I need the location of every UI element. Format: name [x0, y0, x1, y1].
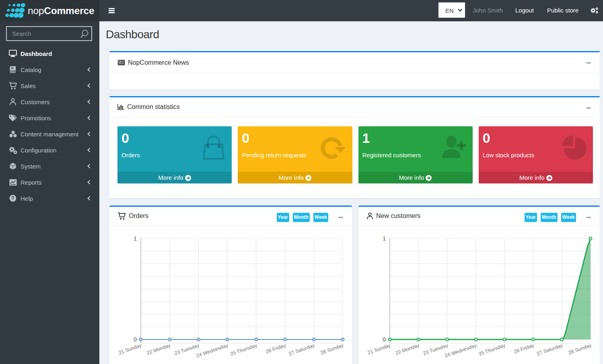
svg-text:24 Wednesday: 24 Wednesday — [196, 342, 229, 359]
svg-text:1: 1 — [134, 235, 137, 242]
svg-text:22 Monday: 22 Monday — [395, 342, 420, 356]
svg-text:21 Sunday: 21 Sunday — [367, 342, 392, 356]
svg-text:21 Sunday: 21 Sunday — [118, 342, 143, 356]
svg-text:28 Sunday: 28 Sunday — [568, 342, 593, 356]
svg-text:0: 0 — [383, 336, 386, 343]
svg-text:?: ? — [11, 195, 14, 201]
svg-text:26 Friday: 26 Friday — [265, 342, 287, 354]
svg-text:27 Saturday: 27 Saturday — [536, 342, 564, 356]
svg-text:22 Monday: 22 Monday — [146, 342, 172, 356]
svg-text:25 Thursday: 25 Thursday — [478, 342, 506, 357]
svg-text:26 Friday: 26 Friday — [513, 342, 535, 354]
svg-text:27 Saturday: 27 Saturday — [288, 342, 316, 356]
svg-text:0: 0 — [134, 336, 137, 343]
svg-text:28 Sunday: 28 Sunday — [320, 342, 345, 356]
svg-text:1: 1 — [383, 235, 386, 242]
svg-text:24 Wednesday: 24 Wednesday — [444, 342, 478, 359]
svg-text:25 Thursday: 25 Thursday — [230, 342, 258, 357]
